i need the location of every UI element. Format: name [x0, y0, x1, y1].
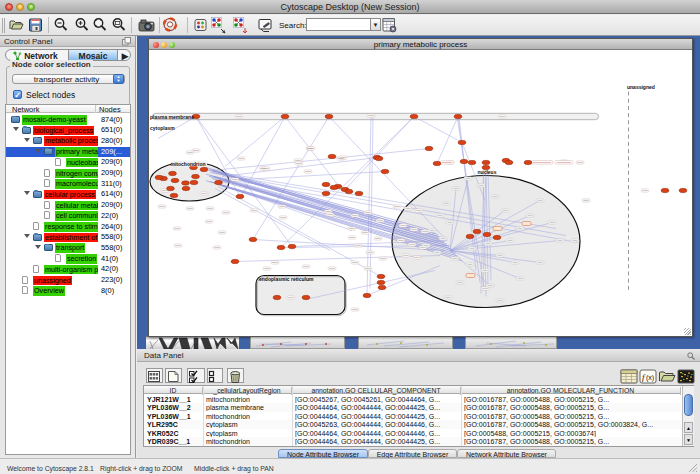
- svg-text:mitochondrion: mitochondrion: [171, 161, 206, 167]
- svg-text:nucleus: nucleus: [478, 169, 497, 175]
- svg-text:unassigned: unassigned: [627, 84, 655, 90]
- svg-text:endoplasmic reticulum: endoplasmic reticulum: [259, 276, 314, 282]
- svg-text:(x): (x): [646, 374, 654, 382]
- svg-text:cytoplasm: cytoplasm: [150, 125, 175, 131]
- svg-text:plasma membrane: plasma membrane: [150, 114, 194, 120]
